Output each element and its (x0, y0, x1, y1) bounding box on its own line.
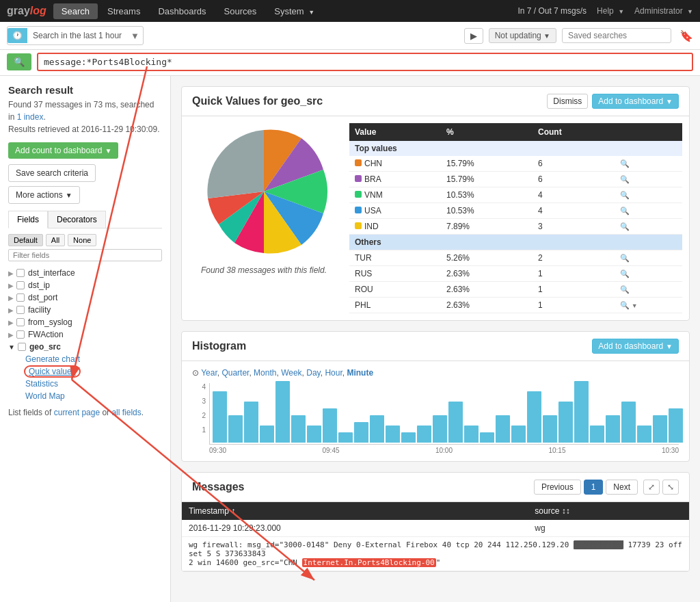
expand-messages-button[interactable]: ⤢ (643, 480, 660, 495)
color-dot (355, 159, 362, 166)
qv-row-chn: CHN 15.79% 6 🔍 (349, 156, 682, 172)
field-item-geo_src[interactable]: ▼ geo_src (8, 341, 162, 353)
histogram-bar (464, 426, 479, 443)
not-updating-button[interactable]: Not updating ▼ (489, 28, 556, 43)
top-navigation: graylog Search Streams Dashboards Source… (0, 0, 700, 22)
pie-found-msg: Found 38 messages with this field. (201, 265, 327, 275)
histogram-chart (209, 383, 679, 445)
field-item-dst_ip[interactable]: ▶ dst_ip (8, 279, 162, 291)
filter-fields-input[interactable] (8, 249, 162, 261)
search-icon-small[interactable]: 🔍 (620, 254, 630, 262)
world-map-link[interactable]: World Map (25, 390, 162, 402)
tab-fields[interactable]: Fields (8, 211, 48, 228)
field-item-fwaction[interactable]: ▶ FWAction (8, 328, 162, 341)
field-item-facility[interactable]: ▶ facility (8, 304, 162, 316)
time-dropdown-caret[interactable]: ▼ (127, 31, 143, 41)
generate-chart-link[interactable]: Generate chart (25, 353, 162, 365)
all-fields-link[interactable]: all fields (111, 408, 141, 417)
msg-timestamp: 2016-11-29 10:29:23.000 (182, 520, 528, 537)
bookmark-icon: 🔖 (679, 29, 693, 42)
search-icon-small[interactable]: 🔍 (620, 207, 630, 215)
time-selector[interactable]: 🕐 Search in the last 1 hour ▼ (7, 26, 144, 45)
time-year[interactable]: Year (201, 368, 217, 378)
saved-searches-input[interactable] (562, 28, 671, 43)
histogram-bar (527, 391, 541, 443)
filter-none[interactable]: None (68, 234, 96, 246)
field-item-from_syslog[interactable]: ▶ from_syslog (8, 316, 162, 328)
nav-sources[interactable]: Sources (216, 3, 265, 19)
histogram-bar (606, 415, 620, 443)
dismiss-button[interactable]: Dismiss (547, 94, 588, 109)
time-day[interactable]: Day (306, 368, 320, 378)
search-icon-small[interactable]: 🔍 (620, 222, 630, 231)
page-1-button[interactable]: 1 (584, 480, 604, 495)
quick-values-actions: Dismiss Add to dashboard ▼ (547, 94, 679, 109)
messages-title: Messages (192, 481, 245, 493)
search-query-input[interactable] (37, 53, 693, 71)
time-month[interactable]: Month (254, 368, 276, 378)
time-hour[interactable]: Hour (325, 368, 342, 378)
histogram-bar (401, 432, 416, 443)
qv-row-bra: BRA 15.79% 6 🔍 (349, 172, 682, 187)
search-icon-small[interactable]: 🔍 (620, 270, 630, 278)
search-icon-small[interactable]: 🔍 (620, 285, 630, 293)
histogram-header: Histogram Add to dashboard ▼ (182, 332, 689, 361)
histogram-bar (496, 415, 510, 443)
tab-decorators[interactable]: Decorators (48, 211, 106, 228)
next-button[interactable]: Next (606, 480, 638, 495)
statistics-link[interactable]: Statistics (25, 378, 162, 390)
quick-values-panel: Quick Values for geo_src Dismiss Add to … (181, 86, 690, 321)
help-menu[interactable]: Help ▼ (597, 6, 624, 16)
index-link[interactable]: 1 index (17, 112, 44, 122)
nav-dashboards[interactable]: Dashboards (150, 3, 214, 19)
qv-row-usa: USA 10.53% 4 🔍 (349, 203, 682, 219)
histogram-bar (511, 426, 526, 443)
search-icon-small[interactable]: 🔍 (620, 175, 630, 183)
search-icon-small[interactable]: 🔍 (620, 159, 630, 168)
time-quarter[interactable]: Quarter (221, 368, 249, 378)
filter-default[interactable]: Default (8, 234, 43, 246)
collapse-messages-button[interactable]: ⤡ (662, 480, 679, 495)
time-week[interactable]: Week (281, 368, 301, 378)
user-menu[interactable]: Administrator ▼ (634, 6, 693, 16)
qv-row-rou: ROU 2.63% 1 🔍 (349, 282, 682, 298)
search-icon-small[interactable]: 🔍 ▼ (620, 301, 638, 309)
list-footer: List fields of current page or all field… (8, 408, 162, 417)
nav-system[interactable]: System ▼ (266, 3, 323, 19)
save-search-criteria-button[interactable]: Save search criteria (8, 164, 96, 182)
quick-values-title: Quick Values for geo_src (192, 95, 323, 107)
quick-values-link[interactable]: Quick values (25, 365, 162, 378)
current-page-link[interactable]: current page (54, 408, 100, 417)
qv-value-ind: IND (349, 219, 441, 235)
previous-button[interactable]: Previous (534, 480, 581, 495)
nav-links: Search Streams Dashboards Sources System… (53, 3, 518, 19)
histogram-bar (653, 415, 667, 443)
throughput: In 7 / Out 7 msgs/s (517, 6, 587, 16)
nav-search[interactable]: Search (53, 3, 98, 19)
play-button[interactable]: ▶ (464, 28, 483, 44)
histogram-bar (323, 408, 337, 443)
sidebar-title: Search result (8, 84, 162, 96)
histogram-add-dashboard-button[interactable]: Add to dashboard ▼ (592, 339, 679, 354)
histogram-bar (338, 432, 353, 443)
search-icon-small[interactable]: 🔍 (620, 191, 630, 199)
time-minute[interactable]: Minute (347, 368, 373, 378)
field-item-dst_port[interactable]: ▶ dst_port (8, 291, 162, 304)
histogram-bar (228, 415, 243, 443)
nav-right: In 7 / Out 7 msgs/s Help ▼ Administrator… (517, 6, 693, 16)
add-to-dashboard-button[interactable]: Add to dashboard ▼ (592, 94, 679, 109)
color-dot (355, 175, 362, 182)
histogram-bar (417, 426, 431, 443)
filter-all[interactable]: All (46, 234, 65, 246)
highlighted-value: Internet.In.Ports4Blocking-00 (302, 558, 436, 567)
nav-streams[interactable]: Streams (99, 3, 148, 19)
more-actions-button[interactable]: More actions ▼ (8, 186, 80, 204)
messages-header: Messages Previous 1 Next ⤢ ⤡ (182, 473, 689, 502)
clock-icon: ⊙ (192, 368, 199, 378)
action-buttons: Add count to dashboard ▼ (8, 142, 162, 159)
histogram-bar (543, 415, 557, 443)
search-button[interactable]: 🔍 (7, 53, 31, 70)
add-count-dashboard-button[interactable]: Add count to dashboard ▼ (8, 142, 118, 159)
qv-row-vnm: VNM 10.53% 4 🔍 (349, 187, 682, 203)
field-item-dst_interface[interactable]: ▶ dst_interface (8, 267, 162, 279)
